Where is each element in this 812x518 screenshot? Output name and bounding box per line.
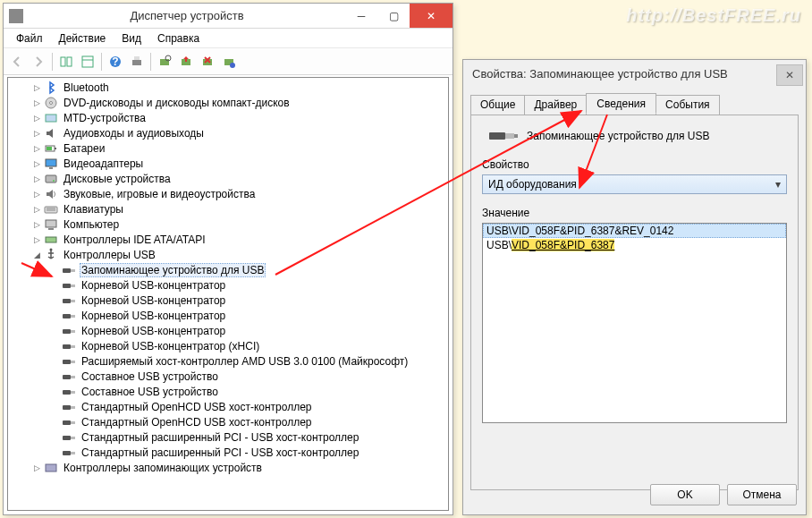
svg-rect-44: [71, 361, 75, 363]
expand-icon[interactable]: [49, 402, 60, 412]
cancel-button[interactable]: Отмена: [727, 484, 797, 505]
props-titlebar[interactable]: Свойства: Запоминающее устройство для US…: [463, 60, 806, 87]
tree-node[interactable]: Стандартный OpenHCD USB хост-контроллер: [8, 399, 448, 414]
expand-icon[interactable]: [49, 356, 60, 367]
usb-icon: [44, 248, 58, 262]
svg-rect-0: [61, 57, 65, 66]
svg-rect-38: [71, 315, 75, 318]
svg-rect-8: [160, 59, 169, 65]
tab-driver[interactable]: Драйвер: [524, 95, 587, 115]
scan-icon[interactable]: [155, 52, 174, 72]
uninstall-icon[interactable]: [198, 52, 217, 72]
expand-icon[interactable]: ▷: [31, 158, 42, 169]
expand-icon[interactable]: [49, 447, 60, 458]
tree-node[interactable]: Составное USB устройство: [8, 369, 448, 384]
tree-node[interactable]: Корневой USB-концентратор: [8, 323, 448, 338]
property-dropdown[interactable]: ИД оборудования: [482, 174, 787, 194]
expand-icon[interactable]: [49, 326, 60, 336]
menu-help[interactable]: Справка: [150, 30, 207, 47]
expand-icon[interactable]: ▷: [31, 189, 42, 200]
tab-general[interactable]: Общие: [470, 95, 525, 115]
value-row[interactable]: USB\VID_058F&PID_6387: [483, 238, 786, 252]
ok-button[interactable]: OK: [650, 484, 720, 505]
tree-node[interactable]: Корневой USB-концентратор: [8, 293, 448, 308]
tree-node[interactable]: Стандартный OpenHCD USB хост-контроллер: [8, 414, 448, 429]
expand-icon[interactable]: ▷: [31, 234, 42, 245]
tree-node[interactable]: ▷MTD-устройства: [8, 110, 448, 125]
tab-events[interactable]: События: [656, 95, 720, 115]
tree-node-label: Стандартный OpenHCD USB хост-контроллер: [80, 401, 314, 413]
properties-icon[interactable]: [78, 52, 97, 72]
value-listbox[interactable]: USB\VID_058F&PID_6387&REV_0142USB\VID_05…: [482, 223, 787, 423]
tree-node[interactable]: Запоминающее устройство для USB: [8, 262, 448, 277]
expand-icon[interactable]: [49, 341, 60, 352]
forward-icon[interactable]: [29, 52, 48, 72]
expand-icon[interactable]: ▷: [31, 82, 42, 93]
usbdev-icon: [62, 293, 76, 308]
expand-icon[interactable]: ▷: [31, 204, 42, 215]
bluetooth-icon: [44, 81, 58, 95]
svg-rect-22: [46, 175, 56, 183]
expand-icon[interactable]: ▷: [31, 219, 42, 230]
maximize-button[interactable]: ▢: [377, 4, 410, 28]
tree-node[interactable]: Корневой USB-концентратор: [8, 308, 448, 323]
expand-icon[interactable]: ▷: [31, 113, 42, 123]
expand-icon[interactable]: ▷: [31, 128, 42, 139]
tree-node-label: Корневой USB-концентратор (xHCI): [80, 340, 261, 352]
tree-node[interactable]: ▷Видеоадаптеры: [8, 156, 448, 171]
expand-icon[interactable]: ▷: [31, 463, 42, 473]
expand-icon[interactable]: [49, 432, 60, 443]
expand-icon[interactable]: ▷: [31, 143, 42, 154]
expand-icon[interactable]: [49, 310, 60, 321]
expand-icon[interactable]: [49, 280, 60, 291]
tree-node[interactable]: ▷Батареи: [8, 140, 448, 156]
tree-node[interactable]: ▷DVD-дисководы и дисководы компакт-диско…: [8, 95, 448, 110]
tree-node-label: Дисковые устройства: [62, 173, 173, 185]
tree-node[interactable]: Корневой USB-концентратор: [8, 277, 448, 293]
expand-icon[interactable]: [49, 371, 60, 382]
tab-details[interactable]: Сведения: [586, 93, 656, 114]
tree-node[interactable]: Стандартный расширенный PCI - USB хост-к…: [8, 445, 448, 460]
tree-node[interactable]: Стандартный расширенный PCI - USB хост-к…: [8, 429, 448, 445]
tree-node[interactable]: Расширяемый хост-контроллер AMD USB 3.0 …: [8, 353, 448, 369]
minimize-button[interactable]: ─: [345, 4, 377, 28]
tree-node[interactable]: Корневой USB-концентратор (xHCI): [8, 338, 448, 353]
show-hide-icon[interactable]: [56, 52, 76, 72]
tree-node[interactable]: ▷Клавиатуры: [8, 201, 448, 217]
tree-node[interactable]: ▷Аудиовходы и аудиовыходы: [8, 125, 448, 140]
svg-rect-21: [49, 167, 53, 169]
props-close-button[interactable]: ✕: [776, 64, 803, 86]
value-row[interactable]: USB\VID_058F&PID_6387&REV_0142: [483, 224, 786, 238]
tree-node[interactable]: ▷Звуковые, игровые и видеоустройства: [8, 186, 448, 201]
tree-node[interactable]: ▷Дисковые устройства: [8, 171, 448, 186]
tree-node[interactable]: ◢Контроллеры USB: [8, 247, 448, 262]
close-button[interactable]: ✕: [410, 4, 453, 28]
device-tree[interactable]: ▷Bluetooth▷DVD-дисководы и дисководы ком…: [7, 77, 449, 511]
menu-action[interactable]: Действие: [52, 30, 114, 47]
expand-icon[interactable]: ▷: [31, 174, 42, 184]
update-driver-icon[interactable]: [176, 52, 196, 72]
print-icon[interactable]: [127, 52, 147, 72]
menu-file[interactable]: Файл: [9, 30, 50, 47]
expand-icon[interactable]: [49, 386, 60, 397]
expand-icon[interactable]: [49, 417, 60, 428]
tree-node-label: Расширяемый хост-контроллер AMD USB 3.0 …: [80, 355, 410, 368]
expand-icon[interactable]: ▷: [31, 98, 42, 108]
expand-icon[interactable]: [49, 295, 60, 306]
menu-view[interactable]: Вид: [114, 30, 148, 47]
tree-node[interactable]: ▷Контроллеры IDE ATA/ATAPI: [8, 232, 448, 247]
storage-icon: [44, 461, 58, 475]
back-icon[interactable]: [7, 52, 27, 72]
svg-rect-36: [71, 300, 75, 302]
titlebar[interactable]: Диспетчер устройств ─ ▢ ✕: [4, 4, 453, 29]
svg-text:?: ?: [112, 55, 118, 68]
help-icon[interactable]: ?: [106, 52, 125, 72]
tree-node[interactable]: ▷Контроллеры запоминающих устройств: [8, 460, 448, 475]
tree-node[interactable]: Составное USB устройство: [8, 384, 448, 399]
expand-icon[interactable]: [49, 265, 60, 276]
window-title: Диспетчер устройств: [29, 9, 345, 22]
expand-icon[interactable]: ◢: [31, 250, 42, 260]
tree-node[interactable]: ▷Компьютер: [8, 217, 448, 232]
tree-node[interactable]: ▷Bluetooth: [8, 80, 448, 95]
disable-icon[interactable]: [219, 52, 239, 72]
